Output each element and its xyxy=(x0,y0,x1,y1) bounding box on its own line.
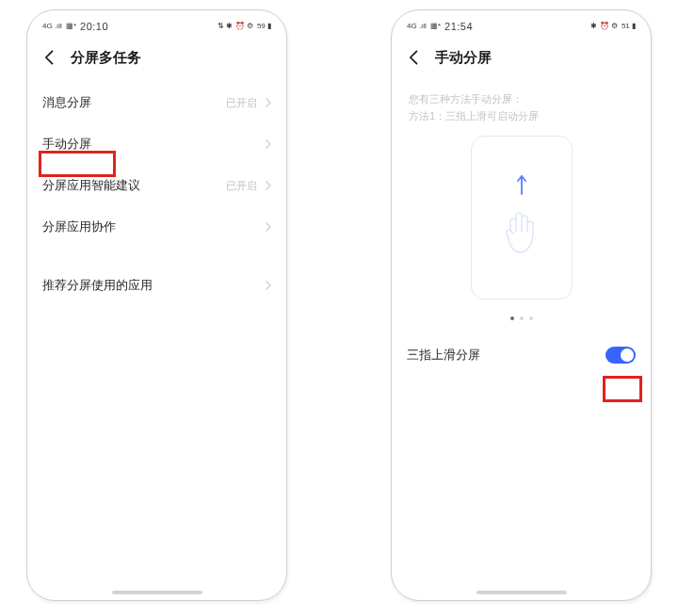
settings-list: 消息分屏 已开启 手动分屏 分屏应用智能建议 已开启 分屏应用协作 xyxy=(27,74,286,314)
home-indicator[interactable] xyxy=(112,591,202,594)
chevron-right-icon xyxy=(265,98,271,107)
row-message-split[interactable]: 消息分屏 已开启 xyxy=(27,82,286,123)
chevron-right-icon xyxy=(265,281,271,290)
illustration-wrap xyxy=(392,130,651,300)
row-sub: 已开启 xyxy=(226,179,257,193)
row-label: 分屏应用协作 xyxy=(42,219,116,235)
highlight-toggle xyxy=(603,376,642,402)
dot-2[interactable] xyxy=(520,316,524,320)
dot-3[interactable] xyxy=(529,316,533,320)
status-time: 21:54 xyxy=(444,21,473,32)
desc-line-1: 您有三种方法手动分屏： xyxy=(409,91,634,108)
phone-right: 4G .ıll ▦* 21:54 ✱ ⏰ ⚙ 51 ▮ 手动分屏 您有三种方法手… xyxy=(391,9,652,601)
three-finger-swipe-icon xyxy=(500,205,543,262)
status-time: 20:10 xyxy=(80,21,108,32)
page-dots[interactable] xyxy=(392,300,651,343)
signal-icon: 4G .ıll xyxy=(407,23,427,30)
row-smart-suggest[interactable]: 分屏应用智能建议 已开启 xyxy=(27,165,286,206)
status-bar: 4G .ıll ▦* 21:54 ✱ ⏰ ⚙ 51 ▮ xyxy=(392,18,651,35)
illustration-card xyxy=(471,136,573,300)
signal-icon: 4G .ıll xyxy=(42,23,62,30)
desc-line-2: 方法1：三指上滑可启动分屏 xyxy=(409,108,634,125)
chevron-right-icon xyxy=(265,222,271,232)
status-extra-icon: ▦* xyxy=(430,23,441,30)
row-sub: 已开启 xyxy=(226,96,257,110)
row-collab[interactable]: 分屏应用协作 xyxy=(27,206,286,248)
row-recommend[interactable]: 推荐分屏使用的应用 xyxy=(27,265,286,306)
row-label: 消息分屏 xyxy=(42,94,91,111)
page-header: 手动分屏 xyxy=(392,35,651,74)
row-manual-split[interactable]: 手动分屏 xyxy=(27,123,286,165)
phone-left: 4G .ıll ▦* 20:10 ⇅ ✱ ⏰ ⚙ 59 ▮ 分屏多任务 消息分屏… xyxy=(26,9,287,601)
row-label: 推荐分屏使用的应用 xyxy=(42,277,153,294)
back-icon[interactable] xyxy=(40,48,59,67)
chevron-right-icon xyxy=(265,139,271,149)
home-indicator[interactable] xyxy=(476,591,567,594)
status-right-icons: ⇅ ✱ ⏰ ⚙ xyxy=(218,23,253,30)
page-header: 分屏多任务 xyxy=(27,35,286,74)
status-bar: 4G .ıll ▦* 20:10 ⇅ ✱ ⏰ ⚙ 59 ▮ xyxy=(27,18,286,35)
battery-icon: 59 ▮ xyxy=(257,23,271,30)
toggle-label: 三指上滑分屏 xyxy=(407,347,480,364)
row-three-finger-swipe: 三指上滑分屏 xyxy=(392,343,651,367)
status-right-icons: ✱ ⏰ ⚙ xyxy=(590,23,617,30)
page-title: 手动分屏 xyxy=(435,49,492,67)
description-block: 您有三种方法手动分屏： 方法1：三指上滑可启动分屏 xyxy=(392,74,651,130)
chevron-right-icon xyxy=(265,181,271,190)
row-label: 分屏应用智能建议 xyxy=(42,177,140,194)
row-label: 手动分屏 xyxy=(42,136,91,153)
toggle-three-finger-swipe[interactable] xyxy=(605,347,636,364)
back-icon[interactable] xyxy=(405,48,424,67)
arrow-up-icon xyxy=(516,173,527,200)
battery-icon: 51 ▮ xyxy=(622,23,636,30)
status-extra-icon: ▦* xyxy=(66,23,76,30)
page-title: 分屏多任务 xyxy=(71,49,141,67)
dot-1[interactable] xyxy=(510,316,514,320)
